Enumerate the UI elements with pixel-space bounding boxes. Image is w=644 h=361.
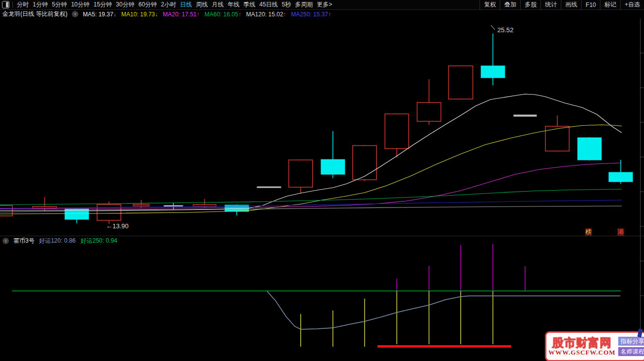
ma-value-label: MA20: 17.51↑	[163, 11, 200, 18]
candle-up	[417, 103, 441, 121]
watermark-badge: 指标分享	[618, 337, 644, 346]
tab-年线[interactable]: 年线	[228, 0, 240, 9]
ma-value-label: MA5: 19.37↓	[83, 11, 116, 18]
indicator-header: ∨ 霍币3号 好运120: 0.86好运250: 0.94	[0, 237, 117, 245]
high-price-annotation: 25.52	[497, 26, 514, 34]
toolbar-button-复权[interactable]: 复权	[480, 0, 500, 9]
candle-up	[97, 205, 121, 220]
tab-月线[interactable]: 月线	[212, 0, 224, 9]
event-flag-榜[interactable]: 榜	[585, 228, 592, 236]
watermark-box: 股市财富网 WWW.GSCFW.COM 指标分享 名师课程	[545, 331, 644, 361]
toolbar-button-F10[interactable]: F10	[581, 0, 600, 9]
watermark-badges: 指标分享 名师课程	[618, 337, 644, 356]
up-arrow-icon: ↑	[238, 11, 241, 18]
ma-line-ma120	[0, 206, 622, 212]
tab-季线[interactable]: 季线	[244, 0, 256, 9]
candle-up	[353, 146, 376, 180]
chevron-down-icon[interactable]: ∨	[2, 238, 9, 244]
panel-toggle-icon[interactable]	[2, 1, 9, 8]
up-arrow-icon: ↑	[283, 11, 286, 18]
period-toolbar: 分时1分钟5分钟10分钟15分钟30分钟60分钟2小时日线周线月线年线季线45日…	[0, 0, 644, 10]
tab-日线[interactable]: 日线	[180, 0, 192, 9]
tab-15分钟[interactable]: 15分钟	[94, 0, 112, 9]
stock-title: 金龙羽(日线 等比前复权)	[2, 10, 67, 18]
candle-up	[289, 160, 313, 187]
toolbar-button-+自选[interactable]: +自选	[620, 0, 644, 9]
ma-value-label: MA60: 16.05↑	[205, 11, 241, 18]
toolbar-separator	[12, 1, 13, 8]
toolbar-button-标记[interactable]: 标记	[600, 0, 620, 9]
high-annotation-pointer	[491, 25, 495, 30]
up-arrow-icon: ↑	[328, 11, 331, 18]
watermark-title: 股市财富网	[552, 337, 612, 349]
toolbar-button-统计[interactable]: 统计	[540, 0, 561, 9]
toolbar-button-画线[interactable]: 画线	[561, 0, 581, 9]
ma-line-ma250	[0, 200, 622, 208]
tab-60分钟[interactable]: 60分钟	[138, 0, 157, 9]
indicator-values: 好运120: 0.86好运250: 0.94	[39, 237, 117, 245]
candle-flat	[257, 187, 281, 188]
indicator-value-label: 好运120: 0.86	[39, 237, 76, 245]
toolbar-actions: 复权叠加多股统计画线F10标记+自选	[480, 0, 644, 9]
toolbar-button-叠加[interactable]: 叠加	[500, 0, 520, 9]
chevron-down-icon[interactable]: ∨	[72, 11, 78, 17]
candle-down	[609, 172, 633, 182]
tab-45日线[interactable]: 45日线	[260, 0, 278, 9]
ma-value-label: MA120: 15.02↑	[246, 11, 286, 18]
watermark-text: 股市财富网 WWW.GSCFW.COM	[548, 337, 616, 356]
tab-5分钟[interactable]: 5分钟	[52, 0, 67, 9]
indicator-blue-line	[267, 291, 620, 329]
ma-line-ma5	[0, 94, 622, 210]
low-price-annotation: ←13.90	[106, 222, 129, 230]
tab-1分钟[interactable]: 1分钟	[33, 0, 48, 9]
candle-flat	[514, 115, 537, 116]
candle-up	[449, 66, 473, 99]
candle-down	[578, 138, 601, 160]
main-chart-header: 金龙羽(日线 等比前复权) ∨ MA5: 19.37↓MA10: 19.73↓M…	[0, 10, 331, 18]
tab-更多>[interactable]: 更多>	[317, 0, 332, 9]
trading-app-window: 分时1分钟5分钟10分钟15分钟30分钟60分钟2小时日线周线月线年线季线45日…	[0, 0, 644, 361]
tab-多周期[interactable]: 多周期	[295, 0, 313, 9]
up-arrow-icon: ↑	[197, 11, 200, 18]
tab-周线[interactable]: 周线	[196, 0, 208, 9]
watermark-badge: 名师课程	[618, 347, 644, 356]
candle-up	[133, 205, 149, 206]
down-arrow-icon: ↓	[113, 11, 116, 18]
candle-down	[321, 159, 345, 174]
indicator-title[interactable]: 霍币3号	[13, 237, 35, 245]
ma-values: MA5: 19.37↓MA10: 19.73↓MA20: 17.51↑MA60:…	[83, 11, 331, 18]
toolbar-button-多股[interactable]: 多股	[520, 0, 540, 9]
panel-divider	[0, 236, 644, 236]
ma-value-label: MA10: 19.73↓	[121, 11, 158, 18]
tab-30分钟[interactable]: 30分钟	[116, 0, 134, 9]
period-tabs: 分时1分钟5分钟10分钟15分钟30分钟60分钟2小时日线周线月线年线季线45日…	[15, 0, 334, 9]
candle-down	[481, 66, 505, 78]
indicator-value-label: 好运250: 0.94	[81, 237, 117, 245]
candle-down	[65, 209, 89, 219]
watermark-url: WWW.GSCFW.COM	[548, 349, 616, 356]
indicator-red-bar	[377, 345, 511, 348]
tab-分时[interactable]: 分时	[17, 0, 29, 9]
tab-2小时[interactable]: 2小时	[161, 0, 176, 9]
tab-5秒[interactable]: 5秒	[282, 0, 291, 9]
ma-value-label: MA250: 15.37↑	[291, 11, 331, 18]
down-arrow-icon: ↓	[155, 11, 158, 18]
event-flag-港[interactable]: 港	[617, 228, 624, 236]
candle-up	[385, 114, 409, 149]
tab-10分钟[interactable]: 10分钟	[71, 0, 89, 9]
price-chart-canvas[interactable]: 25.52←13.90	[0, 0, 644, 361]
